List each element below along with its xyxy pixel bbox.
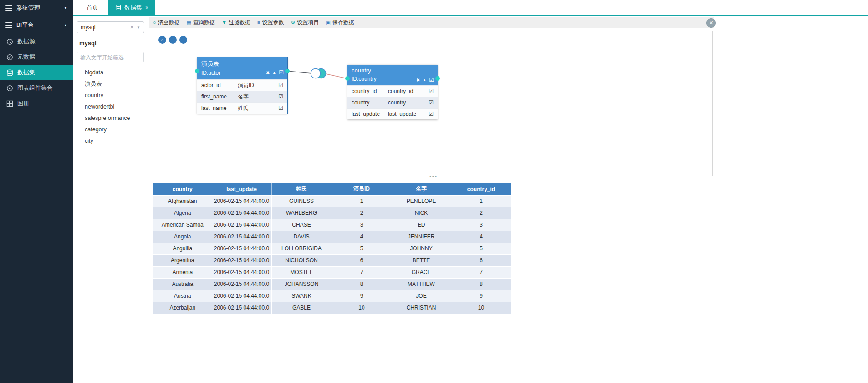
list-item[interactable]: category [73, 124, 148, 135]
entity-field-row[interactable]: countrycountry☑ [347, 97, 438, 108]
tab-close-icon[interactable]: × [145, 5, 148, 10]
table-cell: 5 [451, 243, 511, 254]
entity-header[interactable]: 演员表 ID:actor ✖ ▲ ☑ [197, 57, 287, 79]
list-item[interactable]: bigdata [73, 67, 148, 78]
table-row[interactable]: American Samoa2006-02-15 04:44:00.0CHASE… [153, 219, 511, 231]
table-cell: Afghanistan [153, 195, 212, 207]
bi-platform-menu[interactable]: BI平台 ▲ [0, 16, 73, 34]
entity-collapse-icon[interactable]: ▲ [423, 78, 426, 82]
table-header-cell[interactable]: country_id [451, 183, 511, 195]
sidebar-item-label: 元数据 [17, 53, 35, 61]
entity-close-icon[interactable]: ✖ [266, 70, 270, 75]
entity-fields: country_idcountry_id☑countrycountry☑last… [347, 85, 438, 119]
toolbar-button-4[interactable]: ⚙设置项目 [291, 19, 319, 26]
table-cell: PENELOPE [392, 195, 451, 207]
field-checkbox[interactable]: ☑ [429, 99, 434, 106]
list-item[interactable]: country [73, 90, 148, 101]
pane-resize-handle[interactable]: ••• [426, 174, 441, 179]
sidebar-item-atlas[interactable]: 图册 [0, 96, 73, 111]
table-row[interactable]: Angola2006-02-15 04:44:00.0DAVIS4JENNIFE… [153, 231, 511, 243]
table-row[interactable]: Australia2006-02-15 04:44:00.0JOHANSSON8… [153, 278, 511, 290]
tab-dataset-label: 数据集 [124, 4, 142, 12]
tab-bar: 首页 数据集 × [73, 0, 868, 16]
table-row[interactable]: Azerbaijan2006-02-15 04:44:00.0GABLE10CH… [153, 302, 511, 314]
toolbar-button-0[interactable]: ○清空数据 [153, 19, 180, 26]
table-header-cell[interactable]: country [153, 183, 212, 195]
table-row[interactable]: Argentina2006-02-15 04:44:00.0NICHOLSON6… [153, 254, 511, 266]
table-row[interactable]: Afghanistan2006-02-15 04:44:00.0GUINESS1… [153, 195, 511, 207]
close-view-button[interactable]: ✕ [706, 18, 716, 28]
table-row[interactable]: Anguilla2006-02-15 04:44:00.0LOLLOBRIGID… [153, 243, 511, 254]
toolbar-button-5[interactable]: ▣保存数据 [326, 19, 354, 26]
canvas-zoom-button[interactable]: − [169, 36, 177, 44]
toolbar-button-2[interactable]: ▼过滤数据 [222, 19, 250, 26]
toolbar-button-label: 清空数据 [158, 19, 180, 26]
toolbar-button-1[interactable]: ▦查询数据 [187, 19, 215, 26]
sidebar-item-chart-collection[interactable]: 图表组件集合 [0, 80, 73, 96]
table-row[interactable]: Armenia2006-02-15 04:44:00.0MOSTEL7GRACE… [153, 266, 511, 278]
toolbar-button-3[interactable]: ≡设置参数 [257, 19, 284, 26]
sidebar-item-metadata[interactable]: 元数据 [0, 49, 73, 65]
entity-field-row[interactable]: last_name姓氏☑ [197, 102, 287, 114]
table-body: Afghanistan2006-02-15 04:44:00.0GUINESS1… [153, 195, 511, 314]
field-checkbox[interactable]: ☑ [278, 93, 283, 100]
table-cell: GRACE [392, 266, 451, 278]
table-cell: 8 [332, 278, 392, 290]
set-project-icon: ⚙ [291, 20, 295, 25]
field-checkbox[interactable]: ☑ [278, 105, 283, 111]
table-row[interactable]: Algeria2006-02-15 04:44:00.0WAHLBERG2NIC… [153, 207, 511, 219]
table-header-cell[interactable]: 姓氏 [271, 183, 332, 195]
connector-dot-left[interactable] [195, 69, 199, 73]
clear-selection-icon[interactable]: × [130, 24, 133, 31]
canvas-zoom-out-button[interactable]: − [179, 36, 187, 44]
list-item[interactable]: newordertbl [73, 101, 148, 113]
connector-dot-right[interactable] [285, 69, 290, 73]
entity-field-row[interactable]: first_name名字☑ [197, 91, 287, 102]
field-name: actor_id [201, 82, 238, 88]
connector-dot-left[interactable] [345, 76, 350, 81]
table-header-cell[interactable]: 演员ID [332, 183, 392, 195]
field-checkbox[interactable]: ☑ [278, 82, 283, 88]
entity-select-all-checkbox[interactable]: ☑ [429, 77, 434, 83]
sidebar-item-label: 数据源 [17, 37, 35, 46]
table-cell: 2006-02-15 04:44:00.0 [212, 266, 271, 278]
entity-field-row[interactable]: country_idcountry_id☑ [347, 85, 438, 97]
canvas-home-button[interactable]: ⌂ [158, 36, 166, 44]
toolbar-button-label: 设置参数 [262, 19, 284, 26]
table-cell: 2006-02-15 04:44:00.0 [212, 231, 271, 243]
entity-card-country[interactable]: country ID:country ✖ ▲ ☑ country_idcount… [347, 65, 438, 119]
table-cell: 8 [451, 278, 511, 290]
table-cell: JOE [392, 290, 451, 302]
datasource-select[interactable]: mysql × ▼ [77, 21, 144, 33]
sidebar-item-datasource[interactable]: 数据源 [0, 34, 73, 49]
field-checkbox[interactable]: ☑ [429, 111, 434, 117]
table-header-cell[interactable]: last_update [212, 183, 271, 195]
table-cell: Argentina [153, 254, 212, 266]
clear-data-icon: ○ [153, 20, 156, 25]
connector-dot-right[interactable] [435, 76, 440, 81]
tab-dataset[interactable]: 数据集 × [108, 0, 155, 15]
entity-header[interactable]: country ID:country ✖ ▲ ☑ [347, 65, 438, 85]
query-designer-canvas[interactable]: ⌂ − − 演员表 ID:actor ✖ ▲ ☑ actor_id演员ID☑fi… [152, 31, 713, 176]
field-checkbox[interactable]: ☑ [429, 88, 434, 94]
entity-select-all-checkbox[interactable]: ☑ [279, 69, 284, 76]
system-admin-menu[interactable]: 系统管理 ▼ [0, 0, 73, 16]
sidebar: 系统管理 ▼ BI平台 ▲ 数据源 元数据 [0, 0, 73, 383]
entity-field-row[interactable]: last_updatelast_update☑ [347, 108, 438, 119]
table-row[interactable]: Austria2006-02-15 04:44:00.0SWANK9JOE9 [153, 290, 511, 302]
entity-field-row[interactable]: actor_id演员ID☑ [197, 79, 287, 91]
chevron-up-icon: ▲ [64, 23, 67, 27]
tab-home[interactable]: 首页 [77, 0, 108, 15]
list-item[interactable]: city [73, 135, 148, 147]
table-header-cell[interactable]: 名字 [392, 183, 451, 195]
entity-title: 演员表 [201, 60, 283, 68]
sidebar-item-dataset[interactable]: 数据集 [0, 65, 73, 80]
list-item[interactable]: salespreformance [73, 113, 148, 124]
entity-collapse-icon[interactable]: ▲ [272, 71, 276, 75]
entity-close-icon[interactable]: ✖ [416, 78, 420, 83]
filter-input[interactable] [77, 52, 144, 62]
entity-card-actor[interactable]: 演员表 ID:actor ✖ ▲ ☑ actor_id演员ID☑first_na… [197, 57, 287, 114]
table-cell: MATTHEW [392, 278, 451, 290]
list-item[interactable]: 演员表 [73, 78, 148, 90]
table-cell: SWANK [271, 290, 332, 302]
